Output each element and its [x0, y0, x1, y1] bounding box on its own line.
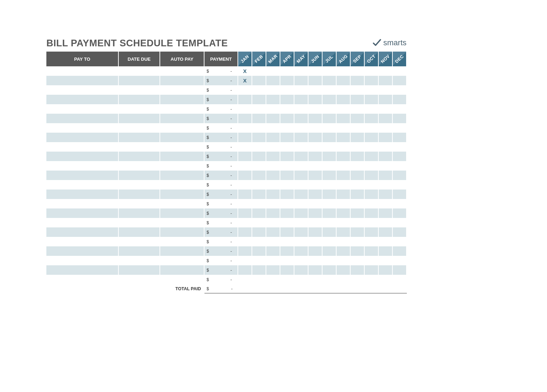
cell[interactable] [160, 246, 204, 256]
payment-cell[interactable]: $- [204, 265, 238, 275]
cell[interactable] [119, 199, 160, 208]
cell[interactable] [119, 227, 160, 237]
month-cell[interactable] [238, 85, 252, 95]
month-cell[interactable] [379, 161, 393, 171]
month-cell[interactable] [323, 265, 337, 275]
month-cell[interactable] [280, 114, 294, 123]
month-cell[interactable] [393, 218, 407, 227]
month-cell[interactable] [266, 265, 280, 275]
month-cell[interactable] [252, 76, 266, 85]
month-cell[interactable] [252, 275, 266, 284]
month-cell[interactable] [379, 114, 393, 123]
month-cell[interactable] [379, 256, 393, 265]
cell[interactable] [160, 227, 204, 237]
month-cell[interactable] [294, 114, 308, 123]
cell[interactable] [119, 218, 160, 227]
month-cell[interactable] [379, 237, 393, 246]
month-cell[interactable] [379, 190, 393, 199]
month-cell[interactable] [337, 246, 351, 256]
month-cell[interactable] [351, 199, 365, 208]
month-cell[interactable] [280, 133, 294, 142]
month-cell[interactable] [294, 199, 308, 208]
month-cell[interactable] [266, 208, 280, 218]
month-cell[interactable] [337, 237, 351, 246]
month-cell[interactable] [379, 76, 393, 85]
month-cell[interactable] [252, 208, 266, 218]
month-cell[interactable] [365, 104, 379, 114]
month-cell[interactable] [294, 256, 308, 265]
month-cell[interactable] [393, 246, 407, 256]
month-cell[interactable] [294, 161, 308, 171]
month-cell[interactable] [280, 199, 294, 208]
month-cell[interactable] [351, 114, 365, 123]
month-cell[interactable] [294, 123, 308, 133]
month-cell[interactable] [351, 237, 365, 246]
month-cell[interactable] [280, 95, 294, 104]
month-cell[interactable] [266, 133, 280, 142]
month-cell[interactable] [379, 85, 393, 95]
month-cell[interactable] [308, 142, 323, 152]
cell[interactable] [119, 275, 160, 284]
cell[interactable] [46, 246, 119, 256]
month-cell[interactable] [266, 161, 280, 171]
month-cell[interactable] [280, 190, 294, 199]
cell[interactable] [46, 256, 119, 265]
month-cell[interactable] [365, 265, 379, 275]
month-cell[interactable] [252, 246, 266, 256]
month-cell[interactable] [351, 218, 365, 227]
month-cell[interactable] [252, 180, 266, 190]
month-cell[interactable] [393, 104, 407, 114]
month-cell[interactable] [393, 95, 407, 104]
month-cell[interactable] [365, 152, 379, 161]
month-cell[interactable] [308, 275, 323, 284]
month-cell[interactable] [393, 227, 407, 237]
month-cell[interactable] [252, 95, 266, 104]
month-cell[interactable] [266, 142, 280, 152]
month-cell[interactable] [280, 275, 294, 284]
month-cell[interactable] [365, 208, 379, 218]
payment-cell[interactable]: $- [204, 66, 238, 76]
cell[interactable] [119, 123, 160, 133]
month-cell[interactable] [337, 85, 351, 95]
cell[interactable] [119, 180, 160, 190]
month-cell[interactable] [266, 256, 280, 265]
month-cell[interactable] [337, 180, 351, 190]
cell[interactable] [160, 171, 204, 180]
month-cell[interactable] [238, 133, 252, 142]
month-cell[interactable] [351, 256, 365, 265]
month-cell[interactable] [323, 95, 337, 104]
payment-cell[interactable]: $- [204, 123, 238, 133]
month-cell[interactable] [266, 199, 280, 208]
month-cell[interactable] [280, 85, 294, 95]
month-cell[interactable] [252, 171, 266, 180]
month-cell[interactable] [379, 171, 393, 180]
month-cell[interactable] [266, 85, 280, 95]
month-cell[interactable] [365, 199, 379, 208]
cell[interactable] [46, 66, 119, 76]
month-cell[interactable] [238, 123, 252, 133]
month-cell[interactable] [252, 85, 266, 95]
cell[interactable] [119, 66, 160, 76]
month-cell[interactable] [323, 199, 337, 208]
cell[interactable] [160, 85, 204, 95]
month-cell[interactable] [393, 208, 407, 218]
month-cell[interactable] [308, 208, 323, 218]
month-cell[interactable] [294, 227, 308, 237]
month-cell[interactable] [323, 171, 337, 180]
month-cell[interactable] [266, 76, 280, 85]
month-cell[interactable] [266, 246, 280, 256]
month-cell[interactable] [280, 246, 294, 256]
month-cell[interactable] [294, 66, 308, 76]
month-cell[interactable] [337, 227, 351, 237]
cell[interactable] [46, 265, 119, 275]
month-cell[interactable] [308, 95, 323, 104]
cell[interactable] [119, 95, 160, 104]
month-cell[interactable] [365, 114, 379, 123]
month-cell[interactable] [266, 171, 280, 180]
month-cell[interactable] [393, 76, 407, 85]
month-cell[interactable]: X [238, 76, 252, 85]
cell[interactable] [46, 190, 119, 199]
month-cell[interactable] [308, 227, 323, 237]
cell[interactable] [160, 161, 204, 171]
payment-cell[interactable]: $- [204, 114, 238, 123]
